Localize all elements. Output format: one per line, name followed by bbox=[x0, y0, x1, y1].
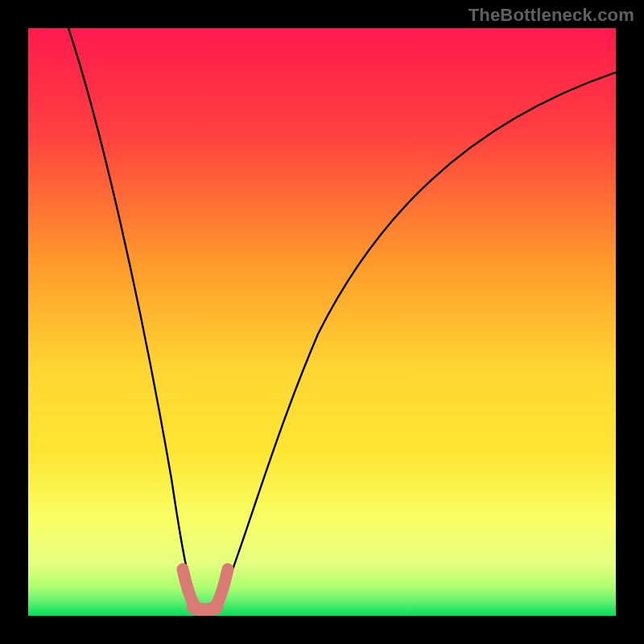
chart-frame: TheBottleneck.com bbox=[0, 0, 644, 644]
chart-svg bbox=[28, 28, 616, 616]
gradient-background bbox=[28, 28, 616, 616]
plot-area bbox=[28, 28, 616, 616]
watermark-text: TheBottleneck.com bbox=[469, 5, 634, 26]
